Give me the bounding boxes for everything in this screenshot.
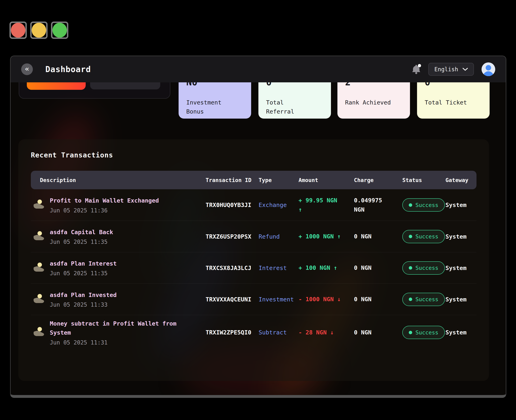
transaction-gateway: System xyxy=(446,202,467,208)
status-dot-icon xyxy=(409,235,412,238)
amount-direction-arrow: ↑ xyxy=(299,205,354,214)
window-controls xyxy=(9,22,68,39)
language-selector-value: English xyxy=(434,66,458,73)
amount-value: + 99.95 NGN xyxy=(299,196,354,205)
transaction-gateway: System xyxy=(446,296,467,303)
minimize-window-button[interactable] xyxy=(30,22,47,39)
transaction-date: Jun 05 2025 11:35 xyxy=(50,239,113,245)
column-header-status: Status xyxy=(402,177,446,183)
table-header-row: Description Transaction ID Type Amount C… xyxy=(31,171,477,189)
transaction-gateway: System xyxy=(446,265,467,271)
close-window-button[interactable] xyxy=(9,22,27,39)
amount-value: - 28 NGN ↓ xyxy=(299,328,354,337)
cash-hand-icon xyxy=(32,327,45,338)
column-header-transaction-id: Transaction ID xyxy=(206,177,259,183)
cash-hand-icon xyxy=(32,293,45,305)
transaction-id: TRXVXXAQCEUNI xyxy=(206,296,259,303)
transaction-date: Jun 05 2025 11:31 xyxy=(50,339,179,346)
charge-value: 0.049975 xyxy=(354,196,402,205)
transaction-charge: 0 NGN xyxy=(354,263,402,272)
transaction-type[interactable]: Interest xyxy=(259,265,299,271)
status-dot-icon xyxy=(409,266,412,270)
transaction-amount: - 28 NGN ↓ xyxy=(299,328,354,337)
cash-hand-icon xyxy=(32,231,45,242)
transaction-amount: - 1000 NGN ↓ xyxy=(299,295,354,304)
transaction-gateway: System xyxy=(446,329,467,336)
sidebar-collapse-button[interactable]: « xyxy=(21,63,33,75)
stat-label: Investment Bonus xyxy=(186,98,233,116)
user-avatar[interactable] xyxy=(482,62,495,76)
transaction-charge: 0.049975 NGN xyxy=(354,196,402,214)
notification-bell-icon[interactable] xyxy=(412,64,421,74)
table-row[interactable]: Profit to Main Wallet Exchanged Jun 05 2… xyxy=(31,189,477,221)
charge-value: 0 NGN xyxy=(354,232,402,241)
transaction-type[interactable]: Refund xyxy=(259,233,299,240)
charge-value: 0 NGN xyxy=(354,328,402,337)
transaction-date: Jun 05 2025 11:33 xyxy=(50,301,117,308)
transaction-type[interactable]: Subtract xyxy=(259,329,299,336)
stat-label: Rank Achieved xyxy=(345,98,392,107)
transaction-charge: 0 NGN xyxy=(354,328,402,337)
table-row[interactable]: asdfa Plan Interest Jun 05 2025 11:35 TR… xyxy=(31,252,477,284)
status-label: Success xyxy=(416,233,439,240)
status-badge: Success xyxy=(402,293,445,306)
status-badge: Success xyxy=(402,198,445,212)
transaction-amount: + 1000 NGN ↑ xyxy=(299,232,354,241)
transaction-id: TRX0HUQ0YB3JI xyxy=(206,202,259,208)
status-badge: Success xyxy=(402,326,445,339)
recent-transactions-panel: Recent Transactions Description Transact… xyxy=(18,139,489,381)
language-selector[interactable]: English xyxy=(428,63,474,76)
transaction-charge: 0 NGN xyxy=(354,295,402,304)
status-dot-icon xyxy=(409,203,412,207)
page-title: Dashboard xyxy=(45,65,91,74)
charge-unit: NGN xyxy=(354,205,402,214)
stat-label: Total Referral xyxy=(266,98,312,116)
chevron-down-icon xyxy=(462,68,468,71)
table-row[interactable]: Money subtract in Profit Wallet from Sys… xyxy=(31,315,477,350)
cash-hand-icon xyxy=(32,262,45,274)
transaction-amount: + 99.95 NGN ↑ xyxy=(299,196,354,214)
transaction-description: asdfa Plan Invested xyxy=(50,291,117,300)
stat-label: Total Ticket xyxy=(425,98,471,107)
transaction-date: Jun 05 2025 11:35 xyxy=(50,270,117,277)
transaction-id: TRXIW2ZPE5QI0 xyxy=(206,329,259,336)
amount-value: - 1000 NGN ↓ xyxy=(299,295,354,304)
status-label: Success xyxy=(416,202,439,208)
transaction-gateway: System xyxy=(446,233,467,240)
transaction-description: asdfa Plan Interest xyxy=(50,259,117,268)
status-badge: Success xyxy=(402,230,445,243)
column-header-description: Description xyxy=(40,177,206,183)
cash-hand-icon xyxy=(32,199,45,211)
amount-value: + 1000 NGN ↑ xyxy=(299,232,354,241)
transaction-amount: + 100 NGN ↑ xyxy=(299,263,354,272)
transaction-id: TRXCSX8JA3LCJ xyxy=(206,265,259,271)
transaction-date: Jun 05 2025 11:36 xyxy=(50,207,159,214)
section-title: Recent Transactions xyxy=(31,151,477,159)
transaction-charge: 0 NGN xyxy=(354,232,402,241)
status-dot-icon xyxy=(409,298,412,301)
transaction-description: Profit to Main Wallet Exchanged xyxy=(50,196,159,205)
column-header-amount: Amount xyxy=(299,177,354,183)
notification-dot xyxy=(418,64,421,67)
transaction-description: Money subtract in Profit Wallet from Sys… xyxy=(50,319,179,337)
app-header: « Dashboard English xyxy=(11,56,506,82)
transaction-id: TRXZ6USP20PSX xyxy=(206,233,259,240)
charge-value: 0 NGN xyxy=(354,295,402,304)
status-label: Success xyxy=(416,330,439,336)
table-row[interactable]: asdfa Plan Invested Jun 05 2025 11:33 TR… xyxy=(31,284,477,315)
status-badge: Success xyxy=(402,261,445,275)
transaction-type[interactable]: Investment xyxy=(259,296,299,303)
column-header-gateway: Gateway xyxy=(446,177,469,183)
table-row[interactable]: asdfa Capital Back Jun 05 2025 11:35 TRX… xyxy=(31,221,477,252)
transaction-type[interactable]: Exchange xyxy=(259,202,299,208)
status-dot-icon xyxy=(409,331,412,334)
status-label: Success xyxy=(416,296,439,302)
amount-value: + 100 NGN ↑ xyxy=(299,263,354,272)
table-body: Profit to Main Wallet Exchanged Jun 05 2… xyxy=(31,189,477,350)
app-window: « Dashboard English N0 Investment Bonus … xyxy=(10,56,506,398)
column-header-charge: Charge xyxy=(354,177,402,183)
status-label: Success xyxy=(416,265,439,271)
transaction-description: asdfa Capital Back xyxy=(50,228,113,237)
column-header-type: Type xyxy=(259,177,299,183)
maximize-window-button[interactable] xyxy=(51,22,68,39)
